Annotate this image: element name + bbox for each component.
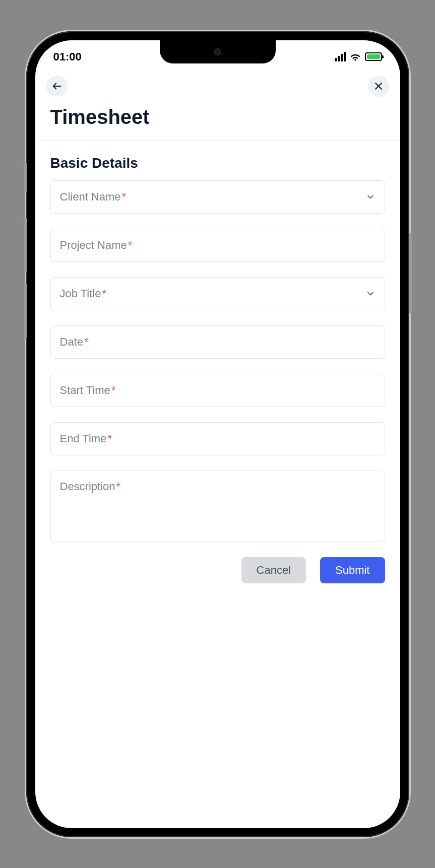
client-name-select[interactable]: Client Name* <box>50 180 385 214</box>
date-input[interactable]: Date* <box>50 325 385 359</box>
front-camera <box>214 48 221 55</box>
submit-button[interactable]: Submit <box>320 557 385 583</box>
phone-notch <box>160 40 276 63</box>
project-name-input[interactable]: Project Name* <box>50 229 385 262</box>
battery-icon <box>365 52 382 61</box>
phone-mockup-frame: 01:00 <box>26 31 409 837</box>
phone-volume-down <box>24 283 27 339</box>
battery-fill <box>367 54 380 59</box>
close-button[interactable] <box>368 76 389 97</box>
chevron-down-icon <box>365 192 376 202</box>
date-label: Date* <box>60 336 89 349</box>
phone-silent-switch <box>24 162 27 192</box>
status-right-cluster <box>335 52 382 61</box>
description-textarea[interactable]: Description* <box>50 471 385 542</box>
job-title-label: Job Title* <box>60 287 107 300</box>
client-name-label: Client Name* <box>60 190 127 204</box>
form-fields-container: Client Name* Project Name* Job Title* <box>35 180 400 542</box>
chevron-down-icon <box>365 289 376 299</box>
back-button[interactable] <box>46 76 68 97</box>
cellular-signal-icon <box>335 52 346 61</box>
description-label: Description* <box>60 480 121 493</box>
arrow-left-icon <box>51 81 63 92</box>
end-time-label: End Time* <box>60 432 112 445</box>
start-time-label: Start Time* <box>60 384 116 397</box>
start-time-input[interactable]: Start Time* <box>50 374 385 407</box>
status-time: 01:00 <box>53 50 82 63</box>
phone-volume-up <box>24 218 27 273</box>
end-time-input[interactable]: End Time* <box>50 422 385 455</box>
form-actions: Cancel Submit <box>35 542 400 583</box>
project-name-label: Project Name* <box>60 239 133 252</box>
header-bar <box>35 69 400 102</box>
section-title: Basic Details <box>35 141 400 180</box>
close-icon <box>374 81 384 91</box>
phone-power-button <box>409 233 412 313</box>
job-title-select[interactable]: Job Title* <box>50 277 385 310</box>
screen: 01:00 <box>35 40 400 828</box>
page-title: Timesheet <box>35 102 400 141</box>
cancel-button[interactable]: Cancel <box>241 557 306 583</box>
wifi-icon <box>350 52 361 61</box>
